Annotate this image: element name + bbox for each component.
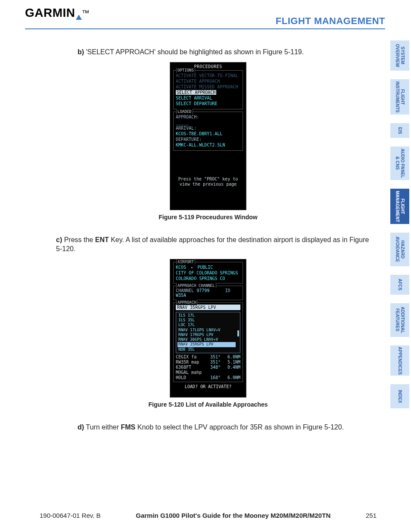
fig119-loaded-box: LOADED APPROACH: _____ ARRIVAL: KCOS-TBE… (173, 112, 243, 151)
airport-symbol-icon: ✦ (190, 265, 193, 270)
airport-city: COLORADO SPRINGS CO (176, 276, 240, 281)
fig120-airport-tag: AIRPORT (176, 259, 195, 264)
appr-item-6[interactable]: RNAV 35RGPS LPV (177, 342, 236, 347)
step-b-label: b) (78, 48, 84, 56)
airport-name: CITY OF COLORADO SPRINGS (176, 271, 240, 275)
fig120-approach-tag: APPROACH (176, 300, 197, 305)
fig119-options-tag: OPTIONS (176, 68, 195, 73)
fig120-channel-tag: APPROACH CHANNEL (176, 283, 216, 288)
footer-page-number: 251 (366, 512, 377, 519)
airport-line1: KCOS ✦ PUBLIC (176, 265, 240, 270)
fig-119-screen: PROCEDURES OPTIONS ACTIVATE VECTOR-TO-FI… (170, 62, 246, 210)
step-c: c) Press the ENT Key. A list of availabl… (56, 235, 377, 254)
step-c-pre: Press the (62, 236, 95, 243)
approach-selected[interactable]: RNAV 35RGPS LPV (176, 305, 240, 310)
tab-eis[interactable]: EIS (390, 123, 409, 138)
fig119-footer: Press the "PROC" key to view the previou… (172, 177, 244, 187)
fig119-loaded-tag: LOADED (176, 109, 193, 114)
fig120-approach-box: APPROACH RNAV 35RGPS LPV ILS 17L ILS 35L… (173, 302, 243, 382)
appr-item-7[interactable]: NDB 35L (177, 347, 236, 352)
appr-item-3[interactable]: RNAV 17LGPS LNAV+V (177, 328, 236, 333)
step-d-label: d) (78, 423, 84, 431)
seq-row-2: 6368FT348°0.4NM (176, 365, 240, 370)
fig120-caption: Figure 5-120 List of Available Approache… (40, 401, 377, 408)
header-rule (25, 28, 385, 29)
seq-row-4: HOLD168°6.0NM (176, 375, 240, 380)
opt-select-approach[interactable]: SELECT APPROACH (176, 90, 240, 95)
seq-wpt: MOGAL mahp (176, 370, 203, 375)
tab-hazard-avoidance[interactable]: HAZARD AVOIDANCE (390, 233, 409, 266)
section-title: FLIGHT MANAGEMENT (276, 16, 385, 27)
opt-select-departure[interactable]: SELECT DEPARTURE (176, 101, 240, 106)
seq-crs: 168° (210, 375, 221, 380)
channel-val: 97799 (196, 288, 209, 293)
step-d-pre: Turn either (84, 423, 121, 431)
seq-wpt: HOLD (176, 375, 203, 380)
appr-item-5[interactable]: RNAV 30GPS LNAV+V (177, 337, 236, 342)
seq-dist: 5.1NM (227, 360, 240, 364)
tab-additional-features[interactable]: ADDITIONAL FEATURES (390, 303, 409, 337)
brand-text: GARMIN (25, 6, 75, 19)
fig120-bottom-prompt: LOAD? OR ACTIVATE? (172, 384, 244, 389)
page-header: GARMIN™ FLIGHT MANAGEMENT (0, 0, 411, 31)
fig119-foot-line1: Press the "PROC" key to (172, 177, 244, 182)
loaded-departure-lbl: DEPARTURE: (176, 137, 240, 142)
opt-select-approach-text: SELECT APPROACH (176, 90, 216, 95)
seq-dist: 0.4NM (227, 365, 240, 370)
step-c-key: ENT (95, 236, 109, 243)
seq-crs: 348° (210, 365, 221, 370)
step-c-label: c) (56, 236, 62, 243)
brand-logo: GARMIN™ (25, 6, 90, 20)
fig-120-screen: AIRPORT KCOS ✦ PUBLIC CITY OF COLORADO S… (170, 259, 246, 398)
loaded-approach-lbl: APPROACH: (176, 115, 240, 119)
step-b-text: 'SELECT APPROACH' should be highlighted … (84, 48, 304, 56)
tab-appendices[interactable]: APPENDICES (390, 345, 409, 376)
seq-dist: 6.0NM (227, 355, 240, 359)
brand-triangle-icon (76, 15, 82, 20)
seq-wpt: CEGIX fa (176, 355, 203, 359)
airport-kind: PUBLIC (197, 265, 213, 270)
tab-system-overview[interactable]: SYSTEM OVERVIEW (390, 40, 409, 71)
tab-index[interactable]: INDEX (390, 384, 409, 408)
seq-dist: 6.0NM (227, 375, 240, 380)
channel-row: CHANNEL 97799 ID W35A (176, 288, 240, 298)
opt-activate-missed: ACTIVATE MISSED APPROACH (176, 84, 240, 89)
channel-lbl: CHANNEL (176, 288, 194, 293)
seq-row-1: RW35R map351°5.1NM (176, 360, 240, 364)
seq-row-0: CEGIX fa351°6.0NM (176, 355, 240, 359)
seq-row-3: MOGAL mahp (176, 370, 240, 375)
appr-item-0[interactable]: ILS 17L (177, 313, 236, 318)
fig119-caption: Figure 5-119 Proceudures Window (40, 214, 377, 221)
fig120-airport-box: AIRPORT KCOS ✦ PUBLIC CITY OF COLORADO S… (173, 262, 243, 283)
page-footer: 190-00647-01 Rev. B Garmin G1000 Pilot's… (40, 512, 377, 519)
side-tabs: SYSTEM OVERVIEW FLIGHT INSTRUMENTS EIS A… (390, 40, 409, 417)
dropdown-scrollbar[interactable] (237, 330, 239, 336)
loaded-departure-val: KMKC-ALL.WLDCT2.SLN (176, 143, 240, 147)
page-body: b) 'SELECT APPROACH' should be highlight… (40, 42, 377, 435)
opt-vector-to-final: ACTIVATE VECTOR-TO-FINAL (176, 73, 240, 78)
approach-dropdown[interactable]: ILS 17L ILS 35L LOC 17L RNAV 17LGPS LNAV… (176, 312, 240, 353)
opt-select-arrival[interactable]: SELECT ARRIVAL (176, 96, 240, 100)
tab-afcs[interactable]: AFCS (390, 275, 409, 295)
appr-item-1[interactable]: ILS 35L (177, 318, 236, 323)
step-d-key: FMS (121, 423, 135, 431)
channel-id-lbl: ID (225, 288, 230, 293)
appr-item-2[interactable]: LOC 17L (177, 323, 236, 327)
tab-flight-instruments[interactable]: FLIGHT INSTRUMENTS (390, 79, 409, 115)
appr-item-4[interactable]: RNAV 17RGPS LPV (177, 333, 236, 337)
tab-flight-management[interactable]: FLIGHT MANAGEMENT (390, 189, 409, 224)
footer-doc-title: Garmin G1000 Pilot's Guide for the Moone… (136, 512, 330, 519)
opt-activate-approach: ACTIVATE APPROACH (176, 79, 240, 84)
loaded-arrival-val: KCOS-TBE.DBRY1.ALL (176, 131, 240, 136)
sequence-table: CEGIX fa351°6.0NM RW35R map351°5.1NM 636… (176, 355, 240, 380)
footer-doc-rev: 190-00647-01 Rev. B (40, 512, 100, 519)
fig119-options-box: OPTIONS ACTIVATE VECTOR-TO-FINAL ACTIVAT… (173, 70, 243, 109)
airport-id: KCOS (176, 265, 186, 270)
loaded-approach-val: _____ (176, 120, 240, 125)
fig120-channel-box: APPROACH CHANNEL CHANNEL 97799 ID W35A (173, 286, 243, 300)
tab-audio-panel-cns[interactable]: AUDIO PANEL & CNS (390, 146, 409, 180)
channel-id-val: W35A (176, 293, 186, 298)
loaded-arrival-lbl: ARRIVAL: (176, 126, 240, 131)
brand-trademark: ™ (82, 9, 90, 17)
step-d: d) Turn either FMS Knob to select the LP… (78, 423, 377, 432)
